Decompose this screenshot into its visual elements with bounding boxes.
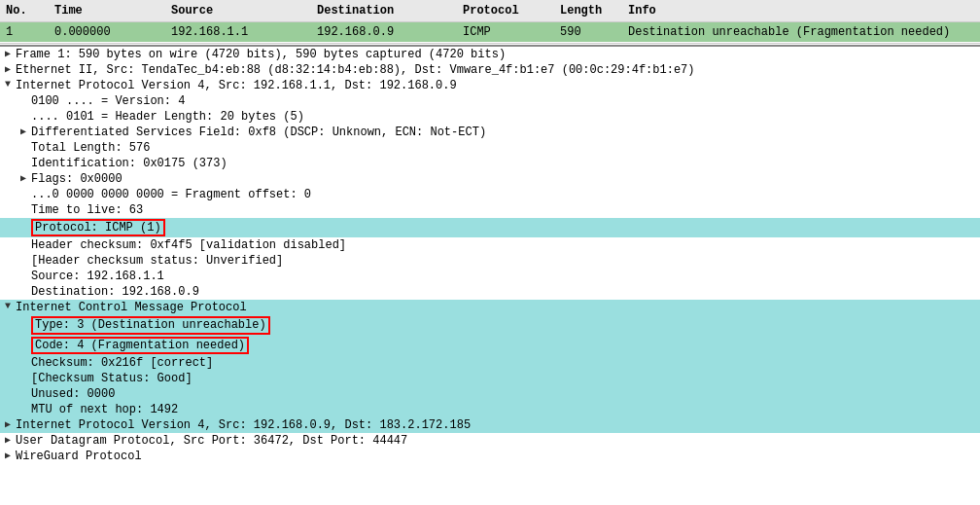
detail-row-icmp-unused: Unused: 0000: [0, 386, 980, 402]
detail-text-ip-flags: Flags: 0x0000: [31, 172, 980, 186]
detail-row-ethernet[interactable]: ▶Ethernet II, Src: TendaTec_b4:eb:88 (d8…: [0, 62, 980, 78]
detail-text-ip-checksum: Header checksum: 0xf4f5 [validation disa…: [31, 238, 980, 252]
detail-text-icmp-checksum-status: [Checksum Status: Good]: [31, 372, 980, 385]
detail-text-icmp-type: Type: 3 (Destination unreachable): [31, 316, 980, 334]
expand-icon-icmp[interactable]: ▼: [0, 301, 16, 311]
detail-pane: ▶Frame 1: 590 bytes on wire (4720 bits),…: [0, 45, 980, 464]
detail-text-frame: Frame 1: 590 bytes on wire (4720 bits), …: [16, 48, 980, 61]
detail-row-inner-ipv4[interactable]: ▶Internet Protocol Version 4, Src: 192.1…: [0, 417, 980, 433]
detail-row-udp[interactable]: ▶User Datagram Protocol, Src Port: 36472…: [0, 433, 980, 449]
detail-text-icmp-mtu: MTU of next hop: 1492: [31, 403, 980, 416]
col-header-info: Info: [622, 2, 980, 19]
expand-icon-frame[interactable]: ▶: [0, 48, 16, 59]
detail-row-icmp-checksum: Checksum: 0x216f [correct]: [0, 355, 980, 371]
detail-row-ip-dsf[interactable]: ▶Differentiated Services Field: 0xf8 (DS…: [0, 125, 980, 140]
expand-icon-ip-dsf[interactable]: ▶: [16, 126, 31, 137]
detail-text-ip-checksum-status: [Header checksum status: Unverified]: [31, 254, 980, 268]
detail-row-ip-checksum: Header checksum: 0xf4f5 [validation disa…: [0, 237, 980, 253]
packet-destination: 192.168.0.9: [311, 24, 457, 40]
detail-text-ip-id: Identification: 0x0175 (373): [31, 157, 980, 170]
expand-icon-wireguard[interactable]: ▶: [0, 450, 16, 461]
expand-icon-ipv4[interactable]: ▼: [0, 79, 16, 90]
detail-row-icmp-checksum-status: [Checksum Status: Good]: [0, 371, 980, 386]
detail-row-ip-protocol: Protocol: ICMP (1): [0, 218, 980, 237]
separator: [0, 43, 980, 44]
detail-row-frame[interactable]: ▶Frame 1: 590 bytes on wire (4720 bits),…: [0, 47, 980, 62]
detail-row-icmp[interactable]: ▼Internet Control Message Protocol: [0, 300, 980, 315]
col-header-time: Time: [49, 2, 165, 19]
packet-source: 192.168.1.1: [165, 24, 311, 40]
detail-text-ip-version: 0100 .... = Version: 4: [31, 94, 980, 108]
detail-row-ip-total-len: Total Length: 576: [0, 140, 980, 156]
packet-info: Destination unreachable (Fragmentation n…: [622, 24, 980, 40]
detail-row-icmp-code: Code: 4 (Fragmentation needed): [0, 336, 980, 355]
detail-text-icmp-code: Code: 4 (Fragmentation needed): [31, 337, 980, 354]
detail-text-inner-ipv4: Internet Protocol Version 4, Src: 192.16…: [16, 418, 980, 432]
detail-row-ip-dst: Destination: 192.168.0.9: [0, 284, 980, 300]
packet-no: 1: [0, 24, 49, 40]
detail-text-icmp: Internet Control Message Protocol: [16, 301, 980, 314]
detail-row-ip-src: Source: 192.168.1.1: [0, 269, 980, 284]
expand-icon-ethernet[interactable]: ▶: [0, 63, 16, 75]
detail-text-icmp-unused: Unused: 0000: [31, 387, 980, 401]
detail-text-ip-protocol: Protocol: ICMP (1): [31, 219, 980, 236]
col-header-length: Length: [554, 2, 622, 19]
detail-text-ethernet: Ethernet II, Src: TendaTec_b4:eb:88 (d8:…: [16, 63, 980, 77]
detail-text-ip-dsf: Differentiated Services Field: 0xf8 (DSC…: [31, 126, 980, 139]
detail-text-ip-frag-offset: ...0 0000 0000 0000 = Fragment offset: 0: [31, 188, 980, 201]
col-header-no: No.: [0, 2, 49, 19]
expand-icon-ip-flags[interactable]: ▶: [16, 172, 31, 184]
expand-icon-inner-ipv4[interactable]: ▶: [0, 418, 16, 430]
detail-row-icmp-mtu: MTU of next hop: 1492: [0, 402, 980, 417]
packet-protocol: ICMP: [457, 24, 554, 40]
detail-text-ipv4: Internet Protocol Version 4, Src: 192.16…: [16, 79, 980, 92]
detail-row-ipv4[interactable]: ▼Internet Protocol Version 4, Src: 192.1…: [0, 78, 980, 93]
detail-text-ip-ttl: Time to live: 63: [31, 203, 980, 217]
detail-row-ip-id: Identification: 0x0175 (373): [0, 156, 980, 171]
detail-row-ip-checksum-status: [Header checksum status: Unverified]: [0, 253, 980, 269]
expand-icon-udp[interactable]: ▶: [0, 434, 16, 446]
detail-row-ip-frag-offset: ...0 0000 0000 0000 = Fragment offset: 0: [0, 187, 980, 202]
detail-text-ip-header-len: .... 0101 = Header Length: 20 bytes (5): [31, 110, 980, 124]
detail-row-ip-flags[interactable]: ▶Flags: 0x0000: [0, 171, 980, 187]
packet-row[interactable]: 1 0.000000 192.168.1.1 192.168.0.9 ICMP …: [0, 22, 980, 42]
packet-length: 590: [554, 24, 622, 40]
detail-row-ip-version: 0100 .... = Version: 4: [0, 93, 980, 109]
packet-time: 0.000000: [49, 24, 165, 40]
detail-text-udp: User Datagram Protocol, Src Port: 36472,…: [16, 434, 980, 448]
detail-row-wireguard[interactable]: ▶WireGuard Protocol: [0, 449, 980, 464]
detail-row-ip-header-len: .... 0101 = Header Length: 20 bytes (5): [0, 109, 980, 125]
detail-text-ip-total-len: Total Length: 576: [31, 141, 980, 155]
detail-text-wireguard: WireGuard Protocol: [16, 450, 980, 463]
packet-list-header: No. Time Source Destination Protocol Len…: [0, 0, 980, 22]
detail-text-icmp-checksum: Checksum: 0x216f [correct]: [31, 356, 980, 370]
detail-row-icmp-type: Type: 3 (Destination unreachable): [0, 315, 980, 335]
col-header-protocol: Protocol: [457, 2, 554, 19]
detail-row-ip-ttl: Time to live: 63: [0, 202, 980, 218]
detail-text-ip-src: Source: 192.168.1.1: [31, 270, 980, 283]
col-header-destination: Destination: [311, 2, 457, 19]
col-header-source: Source: [165, 2, 311, 19]
detail-text-ip-dst: Destination: 192.168.0.9: [31, 285, 980, 299]
